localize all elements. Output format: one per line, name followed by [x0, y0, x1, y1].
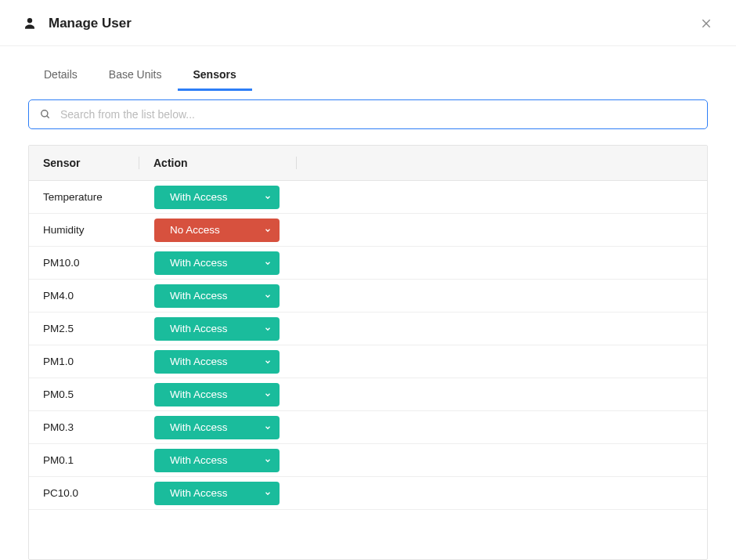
column-divider — [296, 157, 297, 169]
table-row: HumidityNo Access — [29, 214, 707, 247]
table-header: Sensor Action — [29, 146, 707, 181]
search-field[interactable] — [28, 99, 708, 129]
sensor-name: PC10.0 — [29, 487, 139, 499]
access-label: With Access — [170, 323, 228, 334]
access-select[interactable]: With Access — [154, 416, 280, 439]
chevron-down-icon — [264, 325, 272, 333]
tabs: DetailsBase UnitsSensors — [28, 59, 708, 92]
table-row: PM4.0With Access — [29, 280, 707, 313]
svg-point-0 — [27, 18, 32, 23]
tab-details[interactable]: Details — [28, 59, 93, 91]
action-cell: With Access — [139, 482, 295, 505]
access-select[interactable]: With Access — [154, 186, 280, 209]
svg-point-3 — [41, 110, 48, 117]
sensor-name: Temperature — [29, 191, 139, 203]
access-select[interactable]: With Access — [154, 350, 280, 374]
access-select[interactable]: With Access — [154, 482, 280, 505]
chevron-down-icon — [264, 358, 272, 366]
access-label: With Access — [170, 257, 228, 269]
column-header-action[interactable]: Action — [139, 157, 296, 169]
chevron-down-icon — [264, 424, 272, 432]
action-cell: With Access — [139, 416, 295, 439]
table-row: PM1.0With Access — [29, 345, 707, 378]
action-cell: With Access — [139, 383, 295, 406]
modal-body: DetailsBase UnitsSensors Sensor Action T… — [0, 46, 736, 560]
chevron-down-icon — [264, 193, 272, 201]
sensor-name: PM4.0 — [29, 290, 139, 302]
table-row: PM0.1With Access — [29, 444, 707, 477]
table-row: PC10.0With Access — [29, 477, 707, 510]
svg-line-4 — [47, 116, 49, 118]
table-row: PM2.5With Access — [29, 313, 707, 345]
action-cell: With Access — [139, 317, 295, 341]
access-select[interactable]: With Access — [154, 449, 280, 472]
action-cell: With Access — [139, 350, 295, 374]
table-row: TemperatureWith Access — [29, 181, 707, 214]
access-label: With Access — [170, 454, 228, 466]
sensor-name: PM2.5 — [29, 323, 139, 334]
chevron-down-icon — [264, 259, 272, 267]
chevron-down-icon — [264, 457, 272, 464]
tab-base-units[interactable]: Base Units — [93, 59, 178, 91]
sensor-table: Sensor Action TemperatureWith AccessHumi… — [28, 145, 708, 560]
table-body[interactable]: TemperatureWith AccessHumidityNo AccessP… — [29, 181, 707, 559]
sensor-name: PM0.1 — [29, 454, 139, 466]
sensor-name: PM10.0 — [29, 257, 139, 269]
chevron-down-icon — [264, 226, 272, 234]
modal-title: Manage User — [49, 16, 132, 31]
access-select[interactable]: No Access — [154, 219, 280, 242]
access-select[interactable]: With Access — [154, 284, 280, 308]
close-button[interactable] — [698, 16, 714, 31]
access-label: With Access — [170, 421, 228, 433]
action-cell: With Access — [139, 186, 295, 209]
access-label: With Access — [170, 191, 228, 203]
access-label: With Access — [170, 290, 228, 302]
access-select[interactable]: With Access — [154, 251, 280, 275]
column-header-sensor[interactable]: Sensor — [29, 157, 139, 169]
action-cell: With Access — [139, 449, 295, 472]
user-icon — [22, 16, 38, 31]
manage-user-modal: Manage User DetailsBase UnitsSensors Sen… — [0, 0, 736, 560]
access-select[interactable]: With Access — [154, 383, 280, 406]
tab-sensors[interactable]: Sensors — [178, 59, 252, 91]
action-cell: With Access — [139, 251, 295, 275]
chevron-down-icon — [264, 490, 272, 497]
sensor-name: PM1.0 — [29, 356, 139, 367]
access-label: With Access — [170, 356, 228, 367]
access-label: With Access — [170, 487, 228, 499]
table-row: PM0.5With Access — [29, 378, 707, 411]
access-label: With Access — [170, 388, 228, 400]
table-row: PM10.0With Access — [29, 247, 707, 280]
sensor-name: PM0.5 — [29, 388, 139, 400]
table-row: PM0.3With Access — [29, 411, 707, 444]
search-input[interactable] — [60, 108, 696, 121]
action-cell: No Access — [139, 219, 295, 242]
modal-header: Manage User — [0, 0, 736, 46]
sensor-name: Humidity — [29, 224, 139, 236]
access-select[interactable]: With Access — [154, 317, 280, 341]
action-cell: With Access — [139, 284, 295, 308]
access-label: No Access — [170, 224, 220, 236]
chevron-down-icon — [264, 292, 272, 300]
chevron-down-icon — [264, 391, 272, 399]
sensor-name: PM0.3 — [29, 421, 139, 433]
search-icon — [40, 109, 51, 120]
